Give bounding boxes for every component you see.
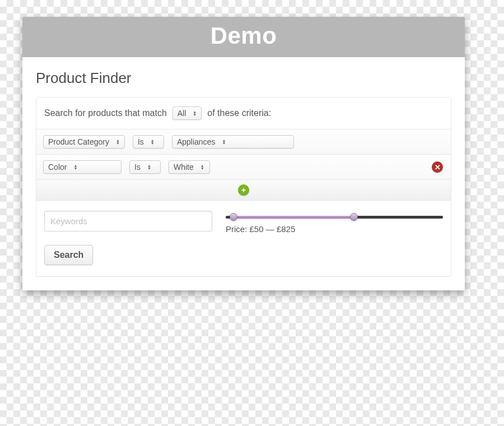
price-slider[interactable]: [226, 214, 443, 220]
slider-track-fill: [234, 216, 354, 219]
price-column: Price: £50 — £825: [226, 211, 443, 234]
criteria-operator-value: Is: [134, 163, 141, 172]
criteria-field-value: Color: [48, 163, 67, 172]
criteria-row: Product Category ▲▼ Is ▲▼ Appliances ▲▼: [36, 129, 451, 154]
criteria-field-select[interactable]: Product Category ▲▼: [43, 135, 125, 149]
stepper-icon: ▲▼: [193, 110, 197, 116]
stepper-icon: ▲▼: [151, 139, 155, 145]
close-icon: ✕: [435, 163, 441, 172]
demo-panel: Demo Product Finder Search for products …: [22, 17, 465, 290]
slider-handle-max[interactable]: [350, 213, 358, 221]
price-range-text: £50 — £825: [250, 224, 296, 234]
search-button[interactable]: Search: [44, 245, 93, 265]
criteria-operator-value: Is: [138, 137, 144, 146]
header-title: Demo: [22, 17, 465, 57]
criteria-selects: Product Category ▲▼ Is ▲▼ Appliances ▲▼: [43, 135, 294, 149]
stepper-icon: ▲▼: [73, 164, 77, 170]
search-row: Search: [36, 242, 451, 276]
add-criteria-row: +: [36, 179, 451, 200]
criteria-operator-select[interactable]: Is ▲▼: [129, 160, 161, 174]
criteria-value: Appliances: [177, 137, 216, 146]
criteria-value-select[interactable]: White ▲▼: [169, 160, 210, 174]
match-suffix: of these criteria:: [207, 108, 271, 118]
bottom-row: Price: £50 — £825: [36, 200, 451, 242]
stepper-icon: ▲▼: [200, 164, 204, 170]
criteria-selects: Color ▲▼ Is ▲▼ White ▲▼: [43, 160, 210, 174]
criteria-operator-select[interactable]: Is ▲▼: [133, 135, 164, 149]
add-criteria-button[interactable]: +: [238, 184, 249, 196]
criteria-value: White: [174, 163, 194, 172]
stepper-icon: ▲▼: [147, 164, 151, 170]
keywords-input[interactable]: [44, 211, 212, 231]
price-label: Price: £50 — £825: [226, 224, 443, 234]
remove-criteria-button[interactable]: ✕: [432, 161, 443, 173]
criteria-group: Search for products that match All ▲▼ of…: [36, 97, 451, 277]
criteria-field-value: Product Category: [48, 137, 109, 146]
criteria-field-select[interactable]: Color ▲▼: [43, 160, 122, 174]
criteria-row: Color ▲▼ Is ▲▼ White ▲▼ ✕: [36, 154, 451, 179]
criteria-value-select[interactable]: Appliances ▲▼: [172, 135, 294, 149]
plus-icon: +: [241, 186, 246, 195]
match-prefix: Search for products that match: [44, 108, 167, 118]
slider-handle-min[interactable]: [230, 213, 237, 221]
page-title: Product Finder: [36, 70, 451, 87]
body: Product Finder Search for products that …: [22, 57, 465, 290]
stepper-icon: ▲▼: [222, 139, 226, 145]
match-mode-select[interactable]: All ▲▼: [172, 106, 202, 120]
stepper-icon: ▲▼: [116, 139, 120, 145]
match-mode-value: All: [178, 109, 186, 118]
match-row: Search for products that match All ▲▼ of…: [36, 98, 451, 129]
